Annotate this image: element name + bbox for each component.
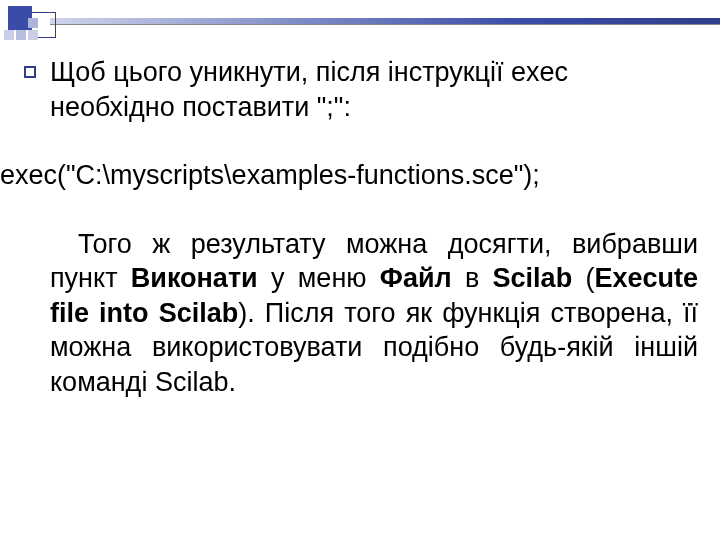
- p2-text-b: у меню: [258, 263, 380, 293]
- corner-squares-icon: [4, 6, 56, 40]
- square-bullet-icon: [24, 66, 36, 78]
- code-line: exec("C:\myscripts\examples-functions.sc…: [0, 158, 698, 193]
- slide: Щоб цього уникнути, після інструкції exe…: [0, 0, 720, 540]
- paragraph-2: Того ж результату можна досягти, вибравш…: [50, 227, 698, 400]
- top-thin-rule: [50, 24, 720, 25]
- p2-bold-2: Файл: [380, 263, 452, 293]
- bullet-row: Щоб цього уникнути, після інструкції exe…: [50, 55, 698, 399]
- p2-text-d: (: [572, 263, 594, 293]
- paragraph-1: Щоб цього уникнути, після інструкції exe…: [50, 55, 698, 124]
- p2-text-c: в: [452, 263, 493, 293]
- p2-bold-3: Scilab: [493, 263, 573, 293]
- slide-content: Щоб цього уникнути, після інструкції exe…: [50, 55, 698, 399]
- p2-bold-1: Виконати: [131, 263, 258, 293]
